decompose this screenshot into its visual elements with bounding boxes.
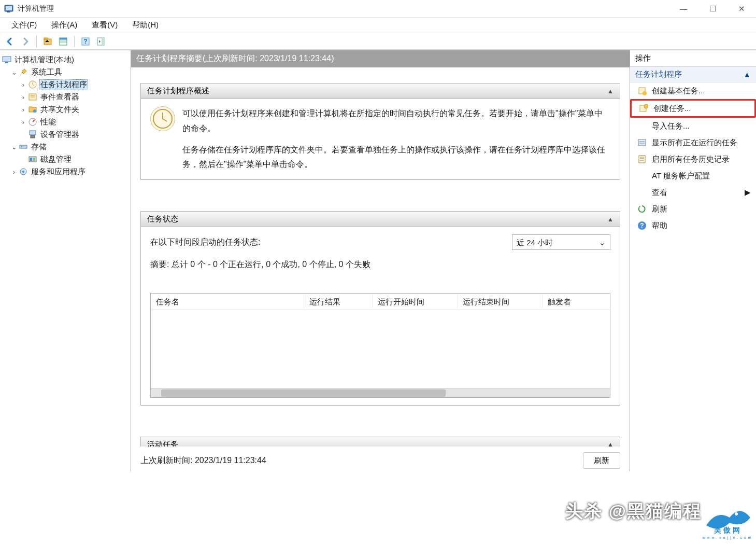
action-at-service[interactable]: AT 服务帐户配置 (630, 168, 756, 184)
col-task-name[interactable]: 任务名 (151, 295, 304, 309)
collapse-icon[interactable]: ▲ (607, 88, 614, 95)
actions-section-header[interactable]: 任务计划程序 ▲ (630, 67, 756, 82)
action-enable-history[interactable]: 启用所有任务历史记录 (630, 151, 756, 168)
refresh-button[interactable]: 刷新 (583, 452, 620, 469)
tree-disk-management[interactable]: › 磁盘管理 (1, 153, 130, 165)
site-logo: 吴 傲 网 w w w . x a j j n . c o m (701, 499, 753, 541)
services-icon (19, 167, 28, 176)
overview-text-1: 可以使用任务计划程序来创建和管理计算机将在所指定的时间自动执行的常见任务。若要开… (182, 106, 610, 136)
bottom-area (0, 471, 756, 544)
action-show-running[interactable]: 显示所有正在运行的任务 (630, 134, 756, 151)
action-help[interactable]: ? 帮助 (630, 217, 756, 234)
help-button[interactable]: ? (79, 35, 92, 48)
svg-point-31 (22, 171, 24, 173)
folder-properties-button[interactable] (41, 35, 54, 48)
tree-task-scheduler[interactable]: › 任务计划程序 (1, 78, 130, 91)
disk-icon (28, 155, 37, 164)
expand-icon[interactable]: › (20, 118, 27, 126)
status-period-select[interactable]: 近 24 小时 ⌄ (512, 234, 610, 250)
task-status-panel: 任务状态 ▲ 在以下时间段启动的任务状态: 近 24 小时 ⌄ 摘要: 总计 0… (140, 211, 620, 406)
show-hide-pane-button[interactable] (94, 35, 108, 48)
nav-forward-button[interactable] (19, 35, 32, 48)
clock-icon (28, 80, 37, 89)
status-period-label: 在以下时间段启动的任务状态: (150, 235, 260, 250)
toolbar-separator (74, 36, 75, 47)
col-run-result[interactable]: 运行结果 (304, 295, 372, 309)
tree-services[interactable]: › 服务和应用程序 (1, 165, 130, 178)
action-refresh[interactable]: 刷新 (630, 201, 756, 217)
window-title: 计算机管理 (18, 4, 54, 13)
task-status-title: 任务状态 (147, 214, 178, 224)
clock-icon (150, 106, 175, 131)
col-run-start[interactable]: 运行开始时间 (373, 295, 458, 309)
svg-point-46 (735, 512, 738, 515)
tree-shared-folders[interactable]: › 共享文件夹 (1, 103, 130, 116)
new-task-icon (637, 86, 647, 95)
svg-rect-23 (30, 131, 36, 135)
content-header: 任务计划程序摘要(上次刷新时间: 2023/1/19 11:23:44) (131, 50, 630, 67)
svg-rect-37 (638, 140, 646, 146)
event-viewer-icon (28, 92, 37, 102)
active-tasks-panel: 活动任务 ▲ (140, 437, 620, 447)
collapse-icon[interactable]: ⌄ (10, 68, 18, 76)
task-table-body[interactable] (151, 310, 610, 388)
menu-file[interactable]: 文件(F) (4, 18, 44, 32)
menu-view[interactable]: 查看(V) (84, 18, 125, 32)
actions-pane: 操作 任务计划程序 ▲ 创建基本任务... 创建任务... 导入任务... 显示… (630, 50, 756, 471)
maximize-button[interactable]: ☐ (705, 4, 720, 13)
minimize-button[interactable]: — (676, 4, 691, 13)
action-import-task[interactable]: 导入任务... (630, 118, 756, 134)
storage-icon (19, 142, 28, 151)
svg-rect-24 (31, 135, 35, 138)
overview-panel-header[interactable]: 任务计划程序概述 ▲ (141, 83, 620, 99)
expand-icon[interactable]: › (20, 81, 27, 89)
svg-point-36 (644, 104, 648, 108)
action-create-basic-task[interactable]: 创建基本任务... (630, 82, 756, 99)
collapse-icon[interactable]: ▲ (607, 216, 614, 223)
toolbar: ? (0, 33, 756, 50)
expand-icon[interactable]: › (10, 168, 18, 176)
svg-text:吴 傲 网: 吴 傲 网 (714, 526, 740, 534)
tree-pane[interactable]: 计算机管理(本地) ⌄ 系统工具 › 任务计划程序 › 事件查看器 › 共享文件… (0, 50, 131, 471)
action-create-task[interactable]: 创建任务... (630, 99, 756, 118)
svg-rect-1 (6, 6, 12, 10)
tree-device-manager[interactable]: › 设备管理器 (1, 128, 130, 141)
menu-help[interactable]: 帮助(H) (125, 18, 166, 32)
details-view-button[interactable] (56, 35, 70, 48)
computer-icon (2, 55, 11, 64)
svg-text:w w w . x a j j n . c o m: w w w . x a j j n . c o m (702, 536, 751, 540)
menu-action[interactable]: 操作(A) (44, 18, 84, 32)
task-status-header[interactable]: 任务状态 ▲ (141, 212, 620, 227)
tree-event-viewer[interactable]: › 事件查看器 (1, 91, 130, 103)
titlebar: 计算机管理 — ☐ ✕ (0, 0, 756, 18)
active-tasks-title: 活动任务 (147, 440, 178, 447)
tree-performance[interactable]: › 性能 (1, 116, 130, 128)
col-trigger[interactable]: 触发者 (543, 295, 610, 309)
main-layout: 计算机管理(本地) ⌄ 系统工具 › 任务计划程序 › 事件查看器 › 共享文件… (0, 50, 756, 471)
svg-point-21 (33, 109, 36, 113)
nav-back-button[interactable] (3, 35, 17, 48)
refresh-icon (637, 204, 647, 214)
status-summary: 摘要: 总计 0 个 - 0 个正在运行, 0 个成功, 0 个停止, 0 个失… (150, 257, 610, 272)
device-manager-icon (28, 130, 37, 139)
svg-rect-28 (30, 158, 32, 161)
chevron-down-icon: ⌄ (599, 235, 606, 249)
action-view[interactable]: 查看 ▶ (630, 184, 756, 201)
close-button[interactable]: ✕ (734, 4, 749, 13)
menubar: 文件(F) 操作(A) 查看(V) 帮助(H) (0, 18, 756, 33)
active-tasks-header[interactable]: 活动任务 ▲ (141, 437, 620, 447)
col-run-end[interactable]: 运行结束时间 (458, 295, 543, 309)
chevron-right-icon: ▶ (745, 188, 751, 197)
horizontal-scrollbar[interactable] (151, 388, 610, 397)
task-table: 任务名 运行结果 运行开始时间 运行结束时间 触发者 (150, 293, 610, 398)
tree-root[interactable]: 计算机管理(本地) (1, 53, 130, 66)
collapse-icon[interactable]: ⌄ (10, 143, 18, 151)
tree-system-tools[interactable]: ⌄ 系统工具 (1, 66, 130, 78)
collapse-icon[interactable]: ▲ (607, 441, 614, 447)
svg-rect-2 (7, 11, 10, 12)
tree-storage[interactable]: ⌄ 存储 (1, 141, 130, 153)
panel-wrapper: 任务计划程序概述 ▲ 可以使用任务计划程序来创建和管理计算机将在所指定的时间自动… (140, 83, 620, 447)
app-icon (4, 4, 13, 13)
expand-icon[interactable]: › (20, 106, 27, 114)
expand-icon[interactable]: › (20, 93, 27, 101)
